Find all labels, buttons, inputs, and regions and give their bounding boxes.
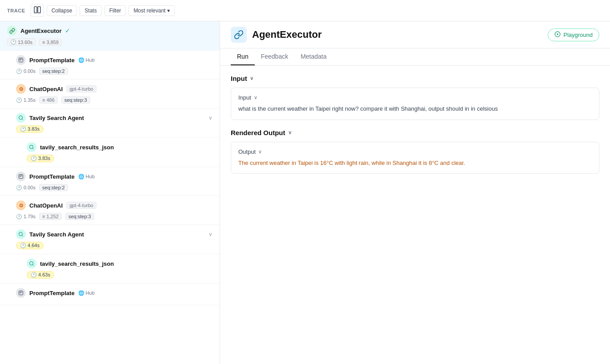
prompt1-icon [16,55,26,65]
clock-icon: 🕐 [10,39,16,45]
relevance-dropdown[interactable]: Most relevant ▾ [128,5,175,16]
clock-icon-p1: 🕐 [16,68,22,74]
main-layout: AgentExecutor ✓ 🕐 13.60s ≡ 3,859 P [0,21,610,364]
prompt2-name: PromptTemplate [29,173,75,180]
tavily1-sub-header: tavily_search_results_json [27,142,213,152]
tavily2-time: 🕐 4.64s [16,242,44,249]
tabs: Run Feedback Metadata [220,48,610,66]
prompt3-name: PromptTemplate [29,290,75,296]
tavily1-sub-icon [27,142,36,152]
prompt3-icon [16,288,26,298]
globe-icon-1: 🌐 [78,57,84,63]
chat1-tokens: ≡ 486 [39,96,58,104]
chevron-down-icon: ▾ [167,8,170,14]
chat1-header: ⊙ ChatOpenAI gpt-4-turbo [16,84,213,94]
trace-item-chat2[interactable]: ⊙ ChatOpenAI gpt-4-turbo 🕐 1.79s ≡ 1,252… [0,196,220,225]
token-icon: ≡ [42,40,45,45]
chat2-time: 🕐 1.79s [16,214,36,220]
input-card: Input ∨ what is the current weather in T… [231,88,599,120]
trace-label: TRACE [7,8,25,13]
globe-icon-3: 🌐 [78,290,84,296]
prompt2-icon [16,172,26,181]
input-card-label: Input [238,94,251,101]
prompt1-meta: 🕐 0.00s seq:step:2 [16,68,213,75]
chat1-name: ChatOpenAI [29,86,63,92]
agent-executor-name: AgentExecutor [20,28,61,34]
input-label: Input [231,75,247,82]
input-card-header: Input ∨ [238,94,592,101]
trace-item-chat1[interactable]: ⊙ ChatOpenAI gpt-4-turbo 🕐 1.35s ≡ 486 s… [0,80,220,108]
output-card-header: Output ∨ [238,148,592,155]
trace-item-tavily2-sub[interactable]: tavily_search_results_json 🕐 4.63s [0,254,220,284]
input-card-text: what is the current weather in Taipei ri… [238,104,592,113]
tavily2-sub-icon [27,259,36,268]
playground-button[interactable]: Playground [548,28,599,41]
tokens-meta-root: ≡ 3,859 [39,39,62,46]
trace-item-prompt1[interactable]: PromptTemplate 🌐 Hub 🕐 0.00s seq:step:2 [0,51,220,80]
layout-icon-button[interactable] [31,4,44,17]
tavily1-collapse-btn[interactable]: ∨ [209,115,213,121]
stats-button[interactable]: Stats [80,5,101,16]
right-panel: AgentExecutor Playground Run Feedback Me… [220,21,610,364]
prompt1-name: PromptTemplate [29,57,75,64]
tavily1-sub-meta: 🕐 3.83s [27,155,213,162]
tavily2-icon [16,229,26,239]
filter-button[interactable]: Filter [104,5,126,16]
tavily2-sub-time: 🕐 4.63s [27,271,54,279]
agent-title: AgentExecutor [252,29,321,40]
agent-executor-icon [7,26,17,36]
trace-item-tavily1[interactable]: Tavily Search Agent ∨ 🕐 3.83s [0,108,220,138]
tavily2-name: Tavily Search Agent [29,231,84,238]
chat2-tag: gpt-4-turbo [66,202,96,209]
clock-icon-c2: 🕐 [16,214,22,220]
right-header-left: AgentExecutor [231,27,321,43]
prompt1-header: PromptTemplate 🌐 Hub [16,55,213,65]
chat1-icon: ⊙ [16,84,26,94]
chat2-name: ChatOpenAI [29,202,63,209]
chat1-seq: seq:step:3 [61,96,90,104]
tavily1-sub-name: tavily_search_results_json [40,144,114,151]
tavily2-meta: 🕐 4.64s [16,242,213,249]
input-section-header[interactable]: Input ∨ [231,75,599,82]
chat2-meta: 🕐 1.79s ≡ 1,252 seq:step:3 [16,213,213,220]
hub-label-3: 🌐 Hub [78,290,95,296]
tavily1-header: Tavily Search Agent ∨ [16,113,213,123]
collapse-button[interactable]: Collapse [47,5,77,16]
top-bar-left: TRACE Collapse Stats Filter Most relevan… [7,4,175,17]
tavily2-collapse-btn[interactable]: ∨ [209,231,213,237]
tavily2-header: Tavily Search Agent ∨ [16,229,213,239]
trace-item-agent-executor[interactable]: AgentExecutor ✓ 🕐 13.60s ≡ 3,859 [0,21,220,51]
chat1-tag: gpt-4-turbo [66,85,96,92]
hub-label-1: 🌐 Hub [78,57,95,63]
output-section-header[interactable]: Rendered Output ∨ [231,129,599,136]
tavily1-time: 🕐 3.83s [16,125,44,133]
trace-item-prompt2[interactable]: PromptTemplate 🌐 Hub 🕐 0.00s seq:step:2 [0,167,220,196]
chat2-tokens: ≡ 1,252 [39,213,62,220]
input-card-chevron: ∨ [254,95,257,100]
right-content: Input ∨ Input ∨ what is the current weat… [220,66,610,364]
prompt2-seq: seq:step:2 [39,184,68,191]
tab-feedback[interactable]: Feedback [255,48,294,65]
input-chevron: ∨ [250,76,253,81]
svg-rect-1 [38,7,40,13]
clock-icon-c1: 🕐 [16,97,22,103]
trace-item-tavily2[interactable]: Tavily Search Agent ∨ 🕐 4.64s [0,225,220,254]
time-meta-root: 🕐 13.60s [7,38,36,46]
tab-run[interactable]: Run [231,48,255,65]
chat1-time: 🕐 1.35s [16,97,36,103]
prompt1-time: 🕐 0.00s [16,68,36,74]
tavily2-sub-meta: 🕐 4.63s [27,271,213,279]
globe-icon-2: 🌐 [78,174,84,180]
tavily1-meta: 🕐 3.83s [16,125,213,133]
tab-metadata[interactable]: Metadata [294,48,333,65]
trace-item-meta-root: 🕐 13.60s ≡ 3,859 [7,38,213,46]
output-card-chevron: ∨ [258,149,262,155]
left-panel: AgentExecutor ✓ 🕐 13.60s ≡ 3,859 P [0,21,220,364]
output-label: Rendered Output [231,129,285,136]
trace-item-tavily1-sub[interactable]: tavily_search_results_json 🕐 3.83s [0,138,220,167]
chat2-icon: ⊙ [16,200,26,210]
right-header: AgentExecutor Playground [220,21,610,48]
trace-item-prompt3[interactable]: PromptTemplate 🌐 Hub [0,284,220,305]
prompt2-time: 🕐 0.00s [16,185,36,191]
output-card-text: The current weather in Taipei is 16°C wi… [238,159,592,168]
